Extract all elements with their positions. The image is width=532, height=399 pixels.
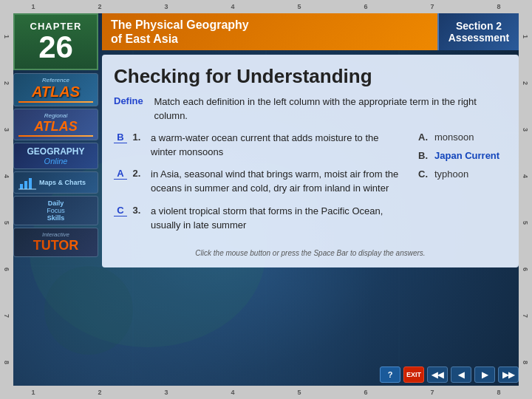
online-label: Online (18, 157, 93, 166)
ans-b-letter: B. (418, 150, 430, 161)
ans-b-text: Japan Current (434, 150, 499, 161)
chapter-number: 26 (19, 32, 92, 63)
bottom-nav-bar: ? EXIT ◀◀ ◀ ▶ ▶▶ (102, 366, 519, 383)
answer-b: B. Japan Current (418, 150, 507, 161)
ruler-num: 8 (497, 3, 500, 10)
answer-a: A. monsoon (418, 132, 507, 143)
prev-page-button[interactable]: ◀ (451, 366, 471, 383)
header-title-box: The Physical Geography of East Asia (102, 13, 437, 50)
chapter-box: CHAPTER 26 (13, 13, 98, 70)
ans-a-text: monsoon (434, 132, 474, 143)
ruler-num: 4 (231, 3, 234, 10)
bottom-hint: Click the mouse button or press the Spac… (114, 249, 507, 257)
q3-letter: C (114, 205, 127, 216)
interactive-tutor-button[interactable]: Interactive TUTOR (13, 228, 98, 257)
ruler-num: 5 (297, 389, 301, 396)
ruler-num: 8 (497, 389, 500, 396)
geography-online-button[interactable]: GEOGRAPHY Online (13, 143, 98, 169)
help-button[interactable]: ? (380, 366, 400, 383)
bottom-ruler: 1 2 3 4 5 6 7 8 (0, 386, 532, 399)
ruler-num: 6 (364, 3, 367, 10)
tutor-label: TUTOR (18, 238, 93, 253)
main-area: CHAPTER 26 Reference ATLAS Regional ATLA… (13, 13, 519, 386)
assessment-label: Assessment (448, 32, 510, 44)
daily-label: Daily (18, 200, 93, 207)
svg-rect-8 (20, 184, 23, 189)
atlas-label: ATLAS (18, 83, 93, 100)
reference-label: Reference (18, 77, 93, 83)
q3-num: 3. (130, 205, 148, 216)
ruler-num: 2 (98, 389, 101, 396)
ruler-num: 5 (297, 3, 301, 10)
q1-letter: B (114, 132, 127, 143)
ruler-num: 7 (430, 389, 434, 396)
questions-list: B 1. a warm-water ocean current that add… (114, 132, 403, 242)
ruler-num: 6 (364, 389, 367, 396)
exit-button[interactable]: EXIT (403, 366, 424, 383)
q1-text: a warm-water ocean current that adds moi… (151, 132, 403, 160)
first-page-button[interactable]: ◀◀ (427, 366, 448, 383)
maps-label: Maps & Charts (39, 179, 86, 186)
header-title: The Physical Geography of East Asia (111, 18, 429, 46)
last-icon: ▶▶ (502, 370, 514, 380)
page-title: Checking for Understanding (114, 65, 507, 88)
define-word: Define (114, 95, 151, 106)
ruler-num: 3 (164, 389, 168, 396)
interactive-label: Interactive (18, 231, 93, 238)
header: The Physical Geography of East Asia Sect… (102, 13, 519, 50)
maps-charts-button[interactable]: Maps & Charts (13, 171, 98, 194)
next-icon: ▶ (482, 370, 488, 380)
section-label: Section 2 (448, 20, 510, 32)
section-box: Section 2 Assessment (437, 13, 519, 50)
ruler-num: 3 (164, 3, 168, 10)
q2-num: 2. (130, 168, 148, 179)
daily-focus-skills-button[interactable]: Daily Focus Skills (13, 196, 98, 225)
q2-letter: A (114, 168, 127, 180)
reference-atlas-button[interactable]: Reference ATLAS (13, 73, 98, 106)
question-3: C 3. a violent tropical storm that forms… (114, 205, 403, 233)
ans-a-letter: A. (418, 132, 430, 143)
question-2: A 2. in Asia, seasonal wind that brings … (114, 168, 403, 196)
last-page-button[interactable]: ▶▶ (498, 366, 519, 383)
next-page-button[interactable]: ▶ (474, 366, 495, 383)
ruler-num: 2 (98, 3, 101, 10)
ruler-num: 1 (31, 389, 35, 396)
atlas-underline (18, 101, 93, 103)
ruler-num: 7 (430, 3, 434, 10)
svg-rect-10 (29, 178, 32, 189)
q2-text: in Asia, seasonal wind that brings warm,… (151, 168, 403, 196)
define-row: Define Match each definition in the left… (114, 95, 507, 122)
content-box: Checking for Understanding Define Match … (102, 55, 519, 267)
define-description: Match each definition in the left column… (154, 95, 507, 122)
answer-c: C. typhoon (418, 168, 507, 180)
top-ruler: 1 2 3 4 5 6 7 8 (0, 0, 532, 13)
q3-text: a violent tropical storm that forms in t… (151, 205, 403, 233)
regional-atlas-button[interactable]: Regional ATLAS (13, 109, 98, 140)
questions-area: B 1. a warm-water ocean current that add… (114, 132, 507, 242)
ans-c-letter: C. (418, 168, 430, 180)
left-ruler: 1 2 3 4 5 6 7 8 (0, 13, 13, 386)
answers-column: A. monsoon B. Japan Current C. typhoon (411, 132, 507, 242)
svg-rect-9 (24, 181, 27, 189)
regional-label: Regional (18, 112, 93, 119)
content-area: The Physical Geography of East Asia Sect… (102, 13, 519, 386)
atlas2-underline (18, 135, 93, 137)
ruler-num: 4 (231, 389, 234, 396)
ruler-num: 1 (31, 3, 35, 10)
prev-icon: ◀ (458, 370, 464, 380)
sidebar: CHAPTER 26 Reference ATLAS Regional ATLA… (13, 13, 98, 386)
ans-c-text: typhoon (434, 168, 468, 180)
q1-num: 1. (130, 132, 148, 143)
chart-icon (18, 175, 36, 190)
atlas2-label: ATLAS (18, 119, 93, 134)
focus-label: Focus (18, 207, 93, 214)
first-icon: ◀◀ (432, 370, 443, 380)
geography-label: GEOGRAPHY (18, 146, 93, 157)
right-ruler: 1 2 3 4 5 6 7 8 (519, 13, 532, 386)
skills-label: Skills (18, 214, 93, 222)
question-1: B 1. a warm-water ocean current that add… (114, 132, 403, 160)
